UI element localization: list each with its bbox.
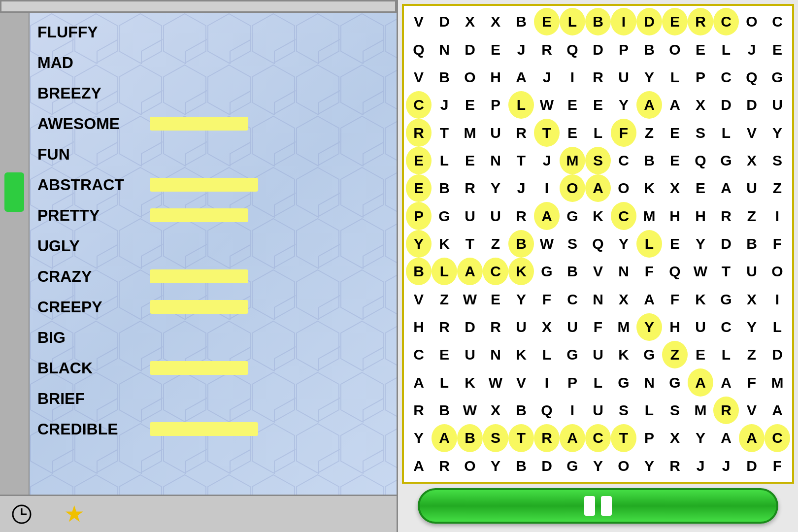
- grid-cell[interactable]: V: [406, 64, 432, 91]
- grid-cell[interactable]: B: [508, 230, 534, 258]
- grid-cell[interactable]: M: [765, 368, 790, 396]
- grid-cell[interactable]: Q: [585, 230, 611, 258]
- grid-cell[interactable]: U: [688, 313, 713, 341]
- grid-cell[interactable]: C: [713, 8, 739, 35]
- grid-row[interactable]: BLACKGBVNFQWTUO: [406, 258, 790, 285]
- grid-cell[interactable]: Z: [483, 230, 508, 258]
- grid-cell[interactable]: L: [534, 341, 560, 368]
- grid-cell[interactable]: O: [739, 8, 765, 35]
- grid-cell[interactable]: N: [585, 285, 611, 313]
- grid-cell[interactable]: U: [457, 202, 483, 230]
- grid-cell[interactable]: L: [713, 341, 739, 368]
- grid-row[interactable]: AROYBDGYOYRJJDF: [406, 452, 790, 480]
- grid-cell[interactable]: I: [534, 174, 560, 202]
- grid-cell[interactable]: C: [406, 341, 432, 368]
- grid-cell[interactable]: A: [406, 368, 432, 396]
- grid-cell[interactable]: P: [688, 64, 713, 91]
- grid-cell[interactable]: J: [534, 147, 560, 174]
- grid-cell[interactable]: W: [457, 397, 483, 424]
- grid-cell[interactable]: V: [508, 368, 534, 396]
- grid-cell[interactable]: A: [457, 258, 483, 285]
- grid-cell[interactable]: D: [432, 8, 457, 35]
- grid-cell[interactable]: E: [534, 8, 560, 35]
- grid-cell[interactable]: Y: [636, 452, 662, 480]
- grid-cell[interactable]: R: [508, 119, 534, 146]
- grid-cell[interactable]: C: [765, 8, 790, 35]
- grid-cell[interactable]: G: [713, 285, 739, 313]
- grid-cell[interactable]: F: [585, 313, 611, 341]
- grid-cell[interactable]: E: [483, 35, 508, 63]
- grid-cell[interactable]: B: [432, 174, 457, 202]
- grid-cell[interactable]: K: [432, 230, 457, 258]
- grid-cell[interactable]: P: [636, 424, 662, 452]
- grid-cell[interactable]: Y: [406, 424, 432, 452]
- grid-cell[interactable]: C: [713, 64, 739, 91]
- grid-cell[interactable]: J: [739, 35, 765, 63]
- grid-cell[interactable]: B: [585, 8, 611, 35]
- grid-cell[interactable]: O: [662, 35, 688, 63]
- grid-cell[interactable]: Q: [688, 147, 713, 174]
- grid-cell[interactable]: I: [611, 8, 636, 35]
- grid-cell[interactable]: O: [611, 452, 636, 480]
- grid-cell[interactable]: Q: [534, 397, 560, 424]
- grid-cell[interactable]: J: [432, 91, 457, 119]
- grid-cell[interactable]: W: [457, 285, 483, 313]
- grid-cell[interactable]: C: [611, 147, 636, 174]
- grid-cell[interactable]: R: [688, 8, 713, 35]
- grid-cell[interactable]: L: [636, 397, 662, 424]
- grid-cell[interactable]: S: [585, 147, 611, 174]
- grid-cell[interactable]: L: [662, 64, 688, 91]
- grid-cell[interactable]: P: [406, 202, 432, 230]
- grid-cell[interactable]: A: [636, 91, 662, 119]
- grid-cell[interactable]: H: [662, 202, 688, 230]
- grid-cell[interactable]: Q: [560, 35, 585, 63]
- grid-cell[interactable]: Y: [611, 91, 636, 119]
- grid-cell[interactable]: A: [713, 424, 739, 452]
- grid-cell[interactable]: U: [483, 202, 508, 230]
- grid-cell[interactable]: T: [534, 119, 560, 146]
- grid-cell[interactable]: M: [688, 397, 713, 424]
- grid-cell[interactable]: X: [457, 8, 483, 35]
- grid-cell[interactable]: Z: [739, 341, 765, 368]
- grid-cell[interactable]: I: [560, 397, 585, 424]
- grid-cell[interactable]: A: [585, 174, 611, 202]
- grid-cell[interactable]: F: [739, 368, 765, 396]
- pause-button[interactable]: [418, 488, 778, 524]
- grid-cell[interactable]: G: [560, 341, 585, 368]
- grid-cell[interactable]: J: [713, 452, 739, 480]
- grid-cell[interactable]: U: [508, 313, 534, 341]
- grid-cell[interactable]: R: [406, 119, 432, 146]
- grid-cell[interactable]: K: [688, 285, 713, 313]
- grid-cell[interactable]: U: [765, 91, 790, 119]
- grid-cell[interactable]: X: [739, 147, 765, 174]
- grid-cell[interactable]: A: [406, 452, 432, 480]
- grid-cell[interactable]: X: [662, 424, 688, 452]
- grid-cell[interactable]: T: [611, 424, 636, 452]
- grid-cell[interactable]: K: [457, 368, 483, 396]
- grid-cell[interactable]: S: [765, 147, 790, 174]
- grid-cell[interactable]: K: [611, 341, 636, 368]
- grid-row[interactable]: VZWEYFCNXAFKGXI: [406, 285, 790, 313]
- grid-cell[interactable]: E: [688, 35, 713, 63]
- grid-cell[interactable]: J: [508, 174, 534, 202]
- grid-cell[interactable]: X: [688, 91, 713, 119]
- grid-cell[interactable]: X: [534, 313, 560, 341]
- grid-cell[interactable]: D: [534, 452, 560, 480]
- grid-row[interactable]: CJEPLWEEYAAXDDU: [406, 91, 790, 119]
- grid-cell[interactable]: C: [483, 258, 508, 285]
- grid-cell[interactable]: B: [636, 35, 662, 63]
- grid-cell[interactable]: D: [636, 8, 662, 35]
- grid-cell[interactable]: E: [662, 230, 688, 258]
- grid-cell[interactable]: K: [636, 174, 662, 202]
- grid-cell[interactable]: E: [765, 35, 790, 63]
- grid-cell[interactable]: M: [611, 313, 636, 341]
- grid-cell[interactable]: U: [585, 397, 611, 424]
- grid-cell[interactable]: L: [508, 91, 534, 119]
- grid-cell[interactable]: T: [713, 258, 739, 285]
- grid-cell[interactable]: S: [483, 424, 508, 452]
- grid-cell[interactable]: E: [457, 91, 483, 119]
- grid-cell[interactable]: F: [765, 230, 790, 258]
- grid-cell[interactable]: B: [508, 397, 534, 424]
- grid-cell[interactable]: K: [508, 341, 534, 368]
- grid-cell[interactable]: Y: [585, 452, 611, 480]
